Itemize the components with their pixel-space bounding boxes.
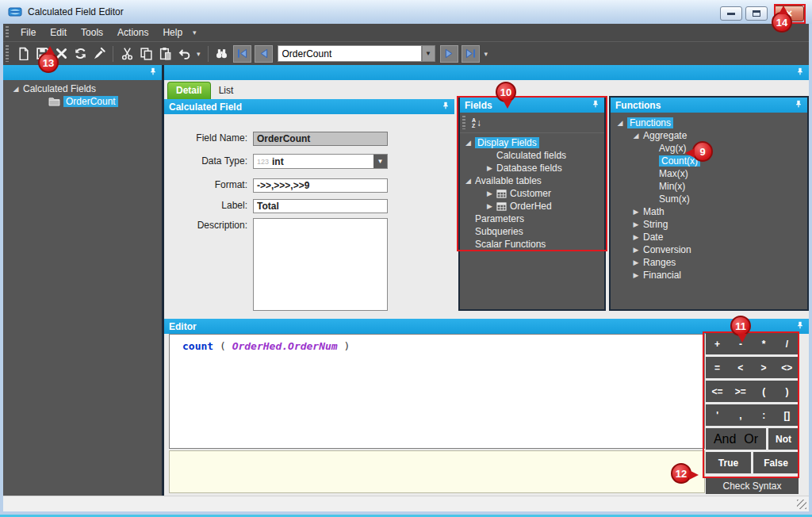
check-syntax-button[interactable]: Check Syntax	[706, 477, 799, 494]
toolbar-grip[interactable]	[6, 45, 9, 61]
data-type-combo[interactable]: 123int▼	[253, 154, 388, 169]
tree-item-display-fields[interactable]: ◢Display Fields	[460, 136, 604, 149]
pin-icon[interactable]	[796, 67, 804, 79]
operator-multiply-button[interactable]: *	[753, 333, 776, 354]
tree-item-available-tables[interactable]: ◢Available tables	[460, 174, 604, 187]
next-record-button[interactable]	[440, 45, 458, 63]
expression-editor[interactable]: count ( OrderHed.OrderNum )	[169, 334, 705, 449]
expanded-arrow-icon[interactable]: ◢	[464, 139, 473, 147]
expanded-arrow-icon[interactable]: ◢	[464, 177, 473, 185]
collapsed-arrow-icon[interactable]: ▶	[631, 258, 641, 266]
record-navigator-dropdown-icon[interactable]: ▼	[422, 45, 435, 62]
operator-brackets-button[interactable]: []	[776, 404, 799, 426]
tree-item-ranges[interactable]: ▶Ranges	[611, 256, 807, 269]
pin-icon[interactable]	[592, 99, 599, 111]
operator-equals-button[interactable]: =	[706, 357, 729, 378]
sort-az-icon[interactable]: AZ ↓	[472, 117, 481, 128]
operator-not-button[interactable]: Not	[766, 428, 799, 450]
label-input[interactable]	[253, 199, 388, 213]
operator-greater-equal-button[interactable]: >=	[729, 381, 752, 402]
last-record-button[interactable]	[462, 45, 480, 63]
operator-less-equal-button[interactable]: <=	[706, 381, 729, 402]
tree-item-conversion[interactable]: ▶Conversion	[611, 243, 807, 256]
operator-colon-button[interactable]: :	[753, 404, 776, 426]
collapsed-arrow-icon[interactable]: ▶	[631, 271, 641, 279]
toolbar-grip[interactable]	[462, 116, 465, 130]
collapsed-arrow-icon[interactable]: ▶	[485, 190, 494, 197]
operator-quote-button[interactable]: '	[706, 404, 729, 426]
tree-item-parameters[interactable]: Parameters	[460, 213, 604, 225]
pin-icon[interactable]	[149, 67, 157, 79]
operator-or-button[interactable]: Or	[744, 432, 758, 446]
operator-true-button[interactable]: True	[706, 452, 751, 473]
menu-item-file[interactable]: File	[13, 27, 43, 38]
operator-plus-button[interactable]: +	[706, 333, 729, 354]
tree-item-ordercount[interactable]: OrderCount	[3, 95, 162, 108]
record-navigator-input[interactable]	[278, 45, 422, 62]
tree-item-sum-x[interactable]: Sum(x)	[611, 193, 807, 205]
clear-icon[interactable]	[90, 44, 109, 63]
operator-comma-button[interactable]: ,	[729, 404, 752, 426]
tree-item-customer[interactable]: ▶Customer	[460, 187, 604, 200]
minimize-button[interactable]	[720, 6, 742, 21]
menu-overflow-icon[interactable]: ▾	[190, 29, 200, 36]
menu-item-tools[interactable]: Tools	[74, 27, 110, 38]
tree-item-subqueries[interactable]: Subqueries	[460, 225, 604, 238]
tree-item-string[interactable]: ▶String	[611, 218, 807, 231]
pin-icon[interactable]	[442, 101, 450, 113]
collapsed-arrow-icon[interactable]: ▶	[485, 202, 494, 210]
maximize-button[interactable]	[745, 6, 768, 21]
operator-false-button[interactable]: False	[751, 452, 799, 473]
collapsed-arrow-icon[interactable]: ▶	[631, 208, 641, 216]
menu-item-help[interactable]: Help	[155, 27, 190, 38]
operator-not-equal-button[interactable]: <>	[776, 357, 799, 378]
undo-icon[interactable]	[174, 44, 193, 63]
tree-item-orderhed[interactable]: ▶OrderHed	[460, 200, 604, 213]
tree-item-math[interactable]: ▶Math	[611, 205, 807, 218]
tab-detail[interactable]: Detail	[167, 82, 211, 99]
tree-item-scalar-functions[interactable]: Scalar Functions	[460, 238, 604, 251]
refresh-icon[interactable]	[71, 44, 90, 63]
expanded-arrow-icon[interactable]: ◢	[11, 85, 21, 93]
tree-item-functions[interactable]: ◢Functions	[611, 117, 807, 129]
operator-close-paren-button[interactable]: )	[776, 381, 799, 402]
copy-icon[interactable]	[136, 44, 155, 63]
paste-icon[interactable]	[155, 44, 174, 63]
toolbar-more-icon[interactable]: ▾	[481, 50, 492, 58]
find-icon[interactable]	[213, 44, 232, 63]
tree-item-min-x[interactable]: Min(x)	[611, 180, 807, 193]
pin-icon[interactable]	[795, 99, 802, 111]
menu-item-actions[interactable]: Actions	[110, 27, 155, 38]
format-input[interactable]	[253, 178, 388, 193]
tree-item-calculated-fields[interactable]: ◢Calculated Fields	[3, 82, 162, 95]
resize-grip[interactable]	[797, 500, 806, 509]
operator-less-than-button[interactable]: <	[729, 357, 752, 378]
tree-item-date[interactable]: ▶Date	[611, 231, 807, 243]
toolbar-more-icon[interactable]: ▾	[193, 50, 204, 58]
description-textarea[interactable]	[253, 218, 388, 311]
dropdown-arrow-icon[interactable]: ▼	[373, 155, 387, 168]
menu-item-edit[interactable]: Edit	[43, 27, 74, 38]
operator-open-paren-button[interactable]: (	[753, 381, 776, 402]
operator-divide-button[interactable]: /	[776, 333, 799, 354]
collapsed-arrow-icon[interactable]: ▶	[631, 220, 641, 228]
cut-icon[interactable]	[117, 44, 136, 63]
operator-and-button[interactable]: And	[714, 432, 736, 446]
tree-item-database-fields[interactable]: ▶Database fields	[460, 162, 604, 174]
toolbar-grip[interactable]	[6, 26, 9, 38]
collapsed-arrow-icon[interactable]: ▶	[631, 246, 641, 254]
expanded-arrow-icon[interactable]: ◢	[615, 119, 625, 127]
expanded-arrow-icon[interactable]: ◢	[631, 132, 641, 140]
tree-item-calculated-fields[interactable]: Calculated fields	[460, 149, 604, 162]
previous-record-button[interactable]	[255, 45, 273, 63]
collapsed-arrow-icon[interactable]: ▶	[631, 233, 641, 241]
collapsed-arrow-icon[interactable]: ▶	[485, 164, 494, 172]
field-name-input[interactable]	[253, 132, 388, 146]
operator-greater-than-button[interactable]: >	[753, 357, 776, 378]
tree-item-max-x[interactable]: Max(x)	[611, 167, 807, 180]
tab-list[interactable]: List	[211, 82, 242, 99]
tree-item-financial[interactable]: ▶Financial	[611, 269, 807, 281]
first-record-button[interactable]	[233, 45, 251, 63]
tree-item-aggregate[interactable]: ◢Aggregate	[611, 129, 807, 142]
pin-icon[interactable]	[796, 320, 804, 332]
